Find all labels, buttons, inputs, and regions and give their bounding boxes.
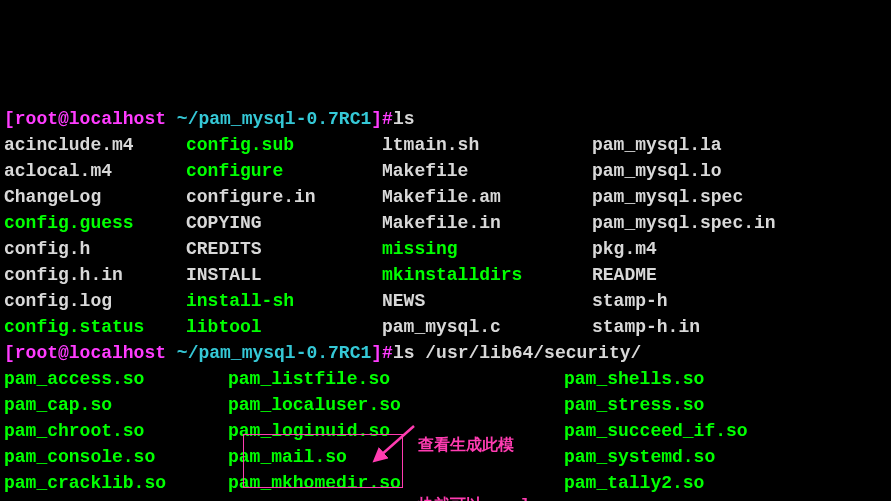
annotation-text: 查看生成此模 块就可以mysql 认证； xyxy=(418,396,530,501)
file-entry: config.status xyxy=(4,314,144,340)
file-entry: pam_mkhomedir.so xyxy=(228,470,401,496)
prompt-path: ~/pam_mysql-0.7RC1 xyxy=(177,109,371,129)
file-entry: pam_succeed_if.so xyxy=(564,418,748,444)
file-entry: pam_listfile.so xyxy=(228,366,390,392)
file-row: pam_access.sopam_listfile.sopam_shells.s… xyxy=(4,366,887,392)
file-entry: pam_localuser.so xyxy=(228,392,401,418)
file-entry: ltmain.sh xyxy=(382,132,479,158)
file-entry: pam_mysql.spec.in xyxy=(592,210,776,236)
file-entry: configure.in xyxy=(186,184,316,210)
prompt-end: ]# xyxy=(371,343,393,363)
file-entry: Makefile xyxy=(382,158,468,184)
file-row: config.h.inINSTALLmkinstalldirsREADME xyxy=(4,262,887,288)
file-entry: libtool xyxy=(186,314,262,340)
file-entry: CREDITS xyxy=(186,236,262,262)
file-entry: config.log xyxy=(4,288,112,314)
file-entry: install-sh xyxy=(186,288,294,314)
file-entry: NEWS xyxy=(382,288,425,314)
file-entry: pam_mysql.lo xyxy=(592,158,722,184)
file-entry: pam_mysql.la xyxy=(592,132,722,158)
file-row: config.guessCOPYINGMakefile.inpam_mysql.… xyxy=(4,210,887,236)
file-entry: pam_chroot.so xyxy=(4,418,144,444)
file-row: acinclude.m4config.subltmain.shpam_mysql… xyxy=(4,132,887,158)
file-entry: stamp-h.in xyxy=(592,314,700,340)
file-entry: pam_debug.so xyxy=(4,496,134,501)
file-entry: pam_time.so xyxy=(564,496,683,501)
file-row: config.statuslibtoolpam_mysql.cstamp-h.i… xyxy=(4,314,887,340)
file-entry: pam_cracklib.so xyxy=(4,470,166,496)
file-entry: configure xyxy=(186,158,283,184)
command-text: ls /usr/lib64/security/ xyxy=(393,343,641,363)
file-entry: pam_systemd.so xyxy=(564,444,715,470)
file-entry: Makefile.am xyxy=(382,184,501,210)
file-entry: acinclude.m4 xyxy=(4,132,134,158)
file-entry: Makefile.in xyxy=(382,210,501,236)
file-entry: pam_motd.so xyxy=(228,496,347,501)
file-entry: pam_access.so xyxy=(4,366,144,392)
file-entry: pam_mysql.c xyxy=(382,314,501,340)
file-entry: INSTALL xyxy=(186,262,262,288)
file-entry: COPYING xyxy=(186,210,262,236)
file-row: config.loginstall-shNEWSstamp-h xyxy=(4,288,887,314)
file-entry: stamp-h xyxy=(592,288,668,314)
prompt-line: [root@localhost ~/pam_mysql-0.7RC1]#ls /… xyxy=(4,340,887,366)
file-entry: pkg.m4 xyxy=(592,236,657,262)
file-entry: pam_shells.so xyxy=(564,366,704,392)
file-entry: README xyxy=(592,262,657,288)
prompt-user: [root@localhost xyxy=(4,343,177,363)
prompt-line: [root@localhost ~/pam_mysql-0.7RC1]#ls xyxy=(4,106,887,132)
file-entry: ChangeLog xyxy=(4,184,101,210)
file-row: config.hCREDITSmissingpkg.m4 xyxy=(4,236,887,262)
file-entry: config.h.in xyxy=(4,262,123,288)
file-entry: pam_mysql.spec xyxy=(592,184,743,210)
prompt-user: [root@localhost xyxy=(4,109,177,129)
file-entry: config.h xyxy=(4,236,90,262)
file-entry: aclocal.m4 xyxy=(4,158,112,184)
file-entry: missing xyxy=(382,236,458,262)
file-entry: pam_stress.so xyxy=(564,392,704,418)
prompt-path: ~/pam_mysql-0.7RC1 xyxy=(177,343,371,363)
file-entry: pam_console.so xyxy=(4,444,155,470)
file-entry: pam_cap.so xyxy=(4,392,112,418)
file-entry: config.guess xyxy=(4,210,134,236)
file-row: ChangeLogconfigure.inMakefile.ampam_mysq… xyxy=(4,184,887,210)
file-entry: pam_tally2.so xyxy=(564,470,704,496)
file-entry: pam_loginuid.so xyxy=(228,418,390,444)
file-entry: config.sub xyxy=(186,132,294,158)
file-entry: pam_mail.so xyxy=(228,444,347,470)
command-text: ls xyxy=(393,109,415,129)
file-row: aclocal.m4configureMakefilepam_mysql.lo xyxy=(4,158,887,184)
prompt-end: ]# xyxy=(371,109,393,129)
file-entry: mkinstalldirs xyxy=(382,262,522,288)
